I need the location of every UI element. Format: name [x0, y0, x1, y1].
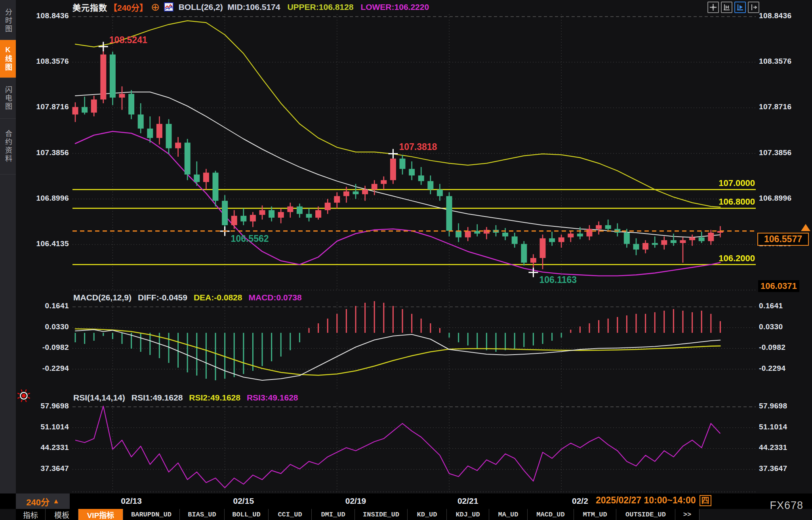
triangle-up-icon: ▲ [53, 497, 59, 505]
price-level-label: 106.2000 [654, 253, 755, 264]
bottom-tab-6[interactable]: BOLL_UD [225, 509, 269, 520]
bottom-tab-13[interactable]: MACD_UD [528, 509, 574, 520]
price-annotation: 108.5241 [109, 35, 147, 45]
boll-lower-label: LOWER:106.2220 [360, 2, 429, 12]
price-axis-label-right: 108.3576 [759, 57, 812, 66]
session-low-label: 106.0371 [758, 280, 799, 292]
rsi1-label: RSI1:49.1628 [132, 393, 183, 402]
sidebar-item-contract-info[interactable]: 合约资料 [0, 119, 16, 175]
price-level-label: 107.0000 [654, 178, 755, 188]
sidebar-item-time-chart[interactable]: 分时图 [0, 2, 16, 40]
price-axis-label-left: 106.8996 [14, 194, 69, 203]
rsi-axis-label-right: 44.2331 [759, 443, 812, 452]
rsi-axis-label-right: 57.9698 [759, 402, 812, 410]
price-axis-label-left: 108.8436 [14, 11, 69, 20]
current-price-box: 106.5577 [757, 233, 809, 246]
chart-type-sidebar: 分时图 K线图 闪电图 合约资料 [0, 0, 16, 493]
rsi-axis-label-right: 51.1014 [759, 423, 812, 431]
bottom-tab-10[interactable]: KD_UD [408, 509, 447, 520]
bottom-tab-5[interactable]: BIAS_UD [180, 509, 225, 520]
circle-plus-icon[interactable]: ⊕ [151, 3, 160, 11]
bottom-tab-11[interactable]: KDJ_UD [447, 509, 489, 520]
macd-axis-label-right: -0.2294 [759, 364, 812, 373]
rsi-axis-label-right: 37.3647 [759, 464, 812, 473]
rsi-axis-label-left: 44.2331 [14, 443, 69, 452]
macd-diff-label: DIFF:-0.0459 [138, 293, 187, 302]
macd-axis-label-left: 0.1641 [14, 302, 69, 310]
macd-axis-label-right: 0.0330 [759, 323, 812, 331]
macd-header: MACD(26,12,9) DIFF:-0.0459 DEA:-0.0828 M… [73, 293, 302, 302]
x-axis-row: 240分▲ 2025/02/27 10:00~14:00四 02/1302/15… [0, 493, 812, 509]
bottom-tab-1[interactable]: 指标 [16, 509, 46, 520]
macd-name: MACD(26,12,9) [73, 293, 132, 302]
price-marker-arrow-icon [801, 224, 810, 231]
interval-selector[interactable]: 240分▲ [16, 493, 70, 509]
macd-axis-label-left: -0.2294 [14, 364, 69, 373]
watermark: FX678 [752, 499, 803, 512]
indicator-tabbar: 指标模板VIP指标BARUPDN_UDBIAS_UDBOLL_UDCCI_UDD… [16, 509, 700, 520]
price-axis-label-right: 107.8716 [759, 102, 812, 111]
boll-indicator-label: BOLL(26,2) MID:106.5174 [179, 2, 280, 12]
x-axis-date: 02/13 [114, 496, 149, 506]
sidebar-item-flash-chart[interactable]: 闪电图 [0, 78, 16, 119]
kline-app: 108.5241107.3818106.5562106.1163 美元指数 【2… [0, 0, 812, 520]
rsi-axis-label-left: 57.9698 [14, 402, 69, 410]
bottom-tab-16[interactable]: >> [675, 509, 700, 520]
rsi-name: RSI(14,14,14) [73, 393, 125, 402]
x-axis-date: 02/19 [338, 496, 374, 506]
bottom-tab-8[interactable]: DMI_UD [312, 509, 355, 520]
bottom-tab-2[interactable]: 模板 [46, 509, 78, 520]
bottom-tab-3[interactable]: VIP指标 [78, 509, 123, 520]
price-axis-label-left: 106.4135 [14, 239, 69, 248]
axis-play-icon[interactable] [734, 2, 746, 13]
macd-axis-label-left: 0.0330 [14, 323, 69, 331]
sidebar-item-kline-chart[interactable]: K线图 [0, 40, 16, 78]
session-range-label: 2025/02/27 10:00~14:00四 [593, 494, 715, 507]
chart-header: 美元指数 【240分】 ⊕ BOLL(26,2) MID:106.5174 UP… [72, 0, 429, 14]
rsi2-label: RSI2:49.1628 [189, 393, 240, 402]
rsi-axis-label-left: 51.1014 [14, 423, 69, 431]
price-annotation: 107.3818 [399, 142, 437, 152]
symbol-title: 美元指数 [72, 1, 107, 13]
price-annotation: 106.1163 [539, 275, 577, 285]
interval-badge[interactable]: 【240分】 [109, 1, 148, 13]
price-axis-label-right: 108.8436 [759, 11, 812, 20]
boll-upper-label: UPPER:106.8128 [287, 2, 353, 12]
chart-toolbar [707, 2, 759, 13]
x-axis-date: 02/21 [450, 496, 486, 506]
price-annotation: 106.5562 [231, 233, 269, 244]
macd-axis-label-right: 0.1641 [759, 302, 812, 310]
axis-scale-icon[interactable] [721, 2, 732, 13]
bottom-tab-4[interactable]: BARUPDN_UD [123, 509, 180, 520]
bottom-tab-15[interactable]: OUTSIDE_UD [616, 509, 675, 520]
weekday-badge: 四 [700, 495, 711, 506]
macd-dea-label: DEA:-0.0828 [194, 293, 242, 302]
bottom-tab-14[interactable]: MTM_UD [574, 509, 616, 520]
price-axis-label-left: 108.3576 [14, 57, 69, 66]
mini-chart-icon[interactable] [164, 2, 174, 12]
bottom-tab-7[interactable]: CCI_UD [269, 509, 312, 520]
rsi-axis-label-left: 37.3647 [14, 464, 69, 473]
axis-shift-icon[interactable] [748, 2, 759, 13]
price-axis-label-right: 106.8996 [759, 194, 812, 203]
price-level-label: 106.8000 [654, 197, 755, 207]
rsi3-label: RSI3:49.1628 [247, 393, 298, 402]
macd-axis-label-left: -0.0982 [14, 343, 69, 352]
macd-axis-label-right: -0.0982 [759, 343, 812, 352]
x-axis-date: 02/15 [226, 496, 261, 506]
rsi-header: RSI(14,14,14) RSI1:49.1628 RSI2:49.1628 … [73, 393, 298, 402]
price-axis-label-left: 107.8716 [14, 102, 69, 111]
bottom-tab-9[interactable]: INSIDE_UD [355, 509, 408, 520]
price-axis-label-left: 107.3856 [14, 148, 69, 157]
price-axis-label-right: 107.3856 [759, 148, 812, 157]
macd-macd-label: MACD:0.0738 [248, 293, 301, 302]
bottom-tab-12[interactable]: MA_UD [489, 509, 528, 520]
pan-crosshair-icon[interactable] [707, 2, 719, 13]
